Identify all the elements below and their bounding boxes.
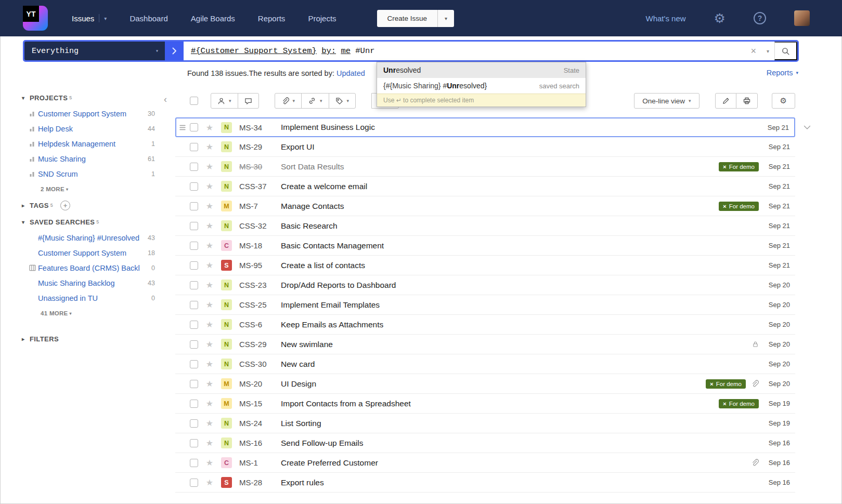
- issue-row[interactable]: ★NCSS-29New swimlaneSep 20: [175, 335, 795, 354]
- sidebar-item-project[interactable]: Help Desk44: [0, 121, 172, 136]
- filters-section-header[interactable]: ▸ FILTERS: [0, 330, 172, 347]
- admin-gear-icon[interactable]: ⚙: [714, 12, 726, 25]
- issue-row[interactable]: ★NCSS-25Implement Email TemplatesSep 20: [175, 295, 795, 315]
- print-button[interactable]: [736, 93, 758, 109]
- attachment-button[interactable]: ▾: [275, 93, 302, 109]
- tag-remove-icon[interactable]: ×: [723, 203, 727, 209]
- sidebar-item-project[interactable]: Music Sharing61: [0, 151, 172, 166]
- tag-remove-icon[interactable]: ×: [723, 164, 727, 170]
- row-checkbox[interactable]: [190, 419, 198, 428]
- search-go-button[interactable]: [165, 42, 184, 60]
- search-scope-select[interactable]: Everything ▾: [24, 42, 165, 60]
- issue-summary[interactable]: New swimlane: [281, 340, 746, 349]
- issue-summary[interactable]: Export UI: [281, 142, 758, 152]
- add-tag-icon[interactable]: +: [60, 201, 70, 210]
- issue-id[interactable]: MS-18: [239, 241, 281, 250]
- issue-id[interactable]: MS-20: [239, 379, 281, 388]
- issue-id[interactable]: MS-1: [239, 458, 281, 467]
- create-issue-button[interactable]: Create Issue: [377, 10, 438, 27]
- issue-row[interactable]: ★NMS-30Sort Data Results×For demoSep 21: [175, 157, 795, 177]
- issue-id[interactable]: CSS-25: [239, 300, 281, 309]
- issue-row[interactable]: ★MMS-15Import Contacts from a Spreadshee…: [175, 394, 795, 414]
- row-checkbox[interactable]: [190, 439, 198, 447]
- help-icon[interactable]: ?: [754, 12, 766, 24]
- issue-summary[interactable]: Keep Emails as Attachments: [281, 320, 758, 329]
- issue-id[interactable]: CSS-32: [239, 221, 281, 230]
- row-checkbox[interactable]: [190, 380, 198, 388]
- row-checkbox[interactable]: [190, 261, 198, 270]
- issue-id[interactable]: CSS-23: [239, 281, 281, 289]
- star-icon[interactable]: ★: [198, 241, 221, 250]
- star-icon[interactable]: ★: [198, 123, 221, 132]
- issue-summary[interactable]: Export rules: [281, 478, 758, 487]
- row-checkbox[interactable]: [190, 400, 198, 408]
- sidebar-item-project[interactable]: SND Scrum1: [0, 166, 172, 181]
- nav-item-dashboard[interactable]: Dashboard: [129, 14, 167, 23]
- expand-chevron-icon[interactable]: [804, 125, 811, 130]
- issue-id[interactable]: CSS-29: [239, 340, 281, 349]
- issue-summary[interactable]: UI Design: [281, 379, 699, 389]
- issue-id[interactable]: MS-30: [239, 162, 281, 171]
- row-checkbox[interactable]: [190, 163, 198, 171]
- row-checkbox[interactable]: [190, 340, 198, 349]
- sidebar-item-saved-search[interactable]: Music Sharing Backlog43: [0, 275, 172, 290]
- star-icon[interactable]: ★: [198, 162, 221, 171]
- issue-row[interactable]: ★NCSS-32Basic ResearchSep 21: [175, 216, 795, 236]
- row-checkbox[interactable]: [190, 123, 198, 131]
- star-icon[interactable]: ★: [198, 418, 221, 428]
- clear-search-icon[interactable]: ×: [745, 42, 761, 60]
- sidebar-item-saved-search[interactable]: Features Board (CRMS) Backlog0: [0, 260, 172, 275]
- issue-summary[interactable]: Create Preferred Customer: [281, 458, 745, 468]
- issue-row[interactable]: ★SMS-95Create a list of contactsSep 21: [175, 256, 795, 275]
- tag-button[interactable]: ▾: [329, 93, 356, 109]
- nav-item-projects[interactable]: Projects: [308, 14, 336, 23]
- star-icon[interactable]: ★: [198, 142, 221, 152]
- link-button[interactable]: ▾: [301, 93, 329, 109]
- issue-row[interactable]: ★MMS-7Manage Contacts×For demoSep 21: [175, 196, 795, 216]
- saved-searches-section-header[interactable]: ▾ SAVED SEARCHES 5: [0, 214, 172, 230]
- issue-id[interactable]: MS-15: [239, 399, 281, 408]
- search-query[interactable]: #{Customer Support System} by: me #Unr: [184, 42, 745, 60]
- one-line-view-button[interactable]: One-line view ▾: [634, 93, 699, 109]
- star-icon[interactable]: ★: [198, 458, 221, 468]
- star-icon[interactable]: ★: [198, 438, 221, 448]
- row-checkbox[interactable]: [190, 301, 198, 309]
- issue-id[interactable]: MS-29: [239, 142, 281, 151]
- search-button[interactable]: [774, 42, 797, 60]
- star-icon[interactable]: ★: [198, 300, 221, 310]
- issue-summary[interactable]: Create a welcome email: [281, 182, 758, 191]
- drag-handle-icon[interactable]: [179, 125, 190, 130]
- sidebar-item-saved-search[interactable]: Unassigned in TU0: [0, 290, 172, 306]
- issue-id[interactable]: MS-28: [239, 478, 281, 487]
- issue-summary[interactable]: Implement Email Templates: [281, 300, 758, 310]
- saved-searches-more-link[interactable]: 41 MORE▾: [0, 306, 172, 321]
- tag-remove-icon[interactable]: ×: [710, 381, 714, 387]
- nav-item-reports[interactable]: Reports: [258, 14, 286, 23]
- row-checkbox[interactable]: [190, 242, 198, 250]
- star-icon[interactable]: ★: [198, 221, 221, 231]
- issue-summary[interactable]: Manage Contacts: [281, 202, 713, 211]
- issue-id[interactable]: MS-16: [239, 439, 281, 447]
- autocomplete-item-unresolved[interactable]: Unresolved State: [377, 62, 586, 78]
- issue-summary[interactable]: Import Contacts from a Spreadsheet: [281, 399, 713, 408]
- assignee-button[interactable]: ▾: [211, 93, 238, 109]
- projects-more-link[interactable]: 2 MORE▾: [0, 181, 172, 197]
- issue-row[interactable]: ★SMS-28Export rulesSep 16: [175, 473, 795, 493]
- row-checkbox[interactable]: [190, 459, 198, 467]
- issue-summary[interactable]: Implement Business Logic: [281, 123, 757, 132]
- issue-summary[interactable]: Create a list of contacts: [281, 261, 758, 270]
- user-avatar[interactable]: [794, 10, 810, 26]
- autocomplete-item-saved-search[interactable]: {#{Music Sharing} #Unresolved} saved sea…: [377, 78, 586, 94]
- issue-row[interactable]: ★NMS-29Export UISep 21: [175, 137, 795, 157]
- issue-summary[interactable]: Basic Research: [281, 221, 758, 231]
- issue-id[interactable]: CSS-6: [239, 320, 281, 329]
- issue-summary[interactable]: New card: [281, 360, 758, 369]
- star-icon[interactable]: ★: [198, 478, 221, 487]
- row-checkbox[interactable]: [190, 360, 198, 368]
- list-settings-button[interactable]: ⚙: [772, 93, 795, 109]
- issue-id[interactable]: MS-95: [239, 261, 281, 270]
- issue-summary[interactable]: Sort Data Results: [281, 162, 713, 171]
- issue-summary[interactable]: Drop/Add Reports to Dashboard: [281, 281, 758, 290]
- reports-dropdown[interactable]: Reports ▾: [767, 69, 798, 77]
- issue-summary[interactable]: List Sorting: [281, 419, 758, 428]
